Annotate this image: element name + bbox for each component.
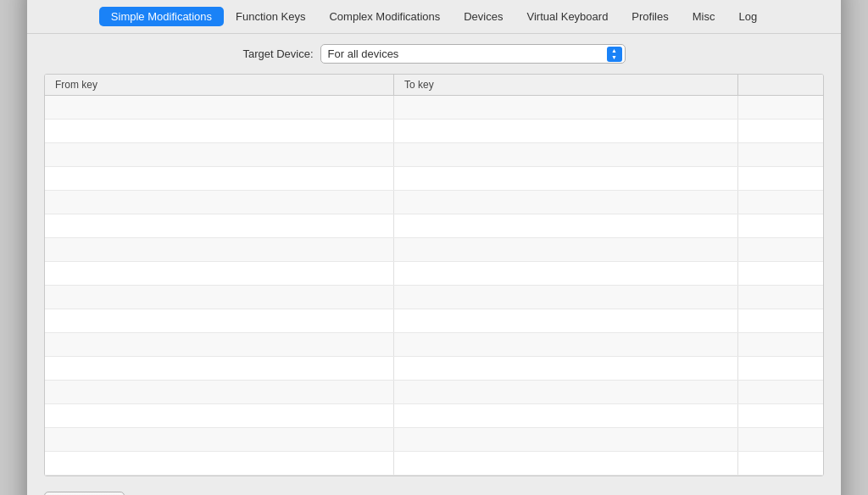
tab-devices[interactable]: Devices xyxy=(452,7,515,26)
cell-from xyxy=(45,191,394,214)
table-row[interactable] xyxy=(45,452,823,476)
tab-virtual-keyboard[interactable]: Virtual Keyboard xyxy=(515,7,620,26)
table-row[interactable] xyxy=(45,143,823,167)
cell-from xyxy=(45,357,394,380)
table-row[interactable] xyxy=(45,357,823,381)
cell-action xyxy=(738,286,823,309)
cell-action xyxy=(738,404,823,427)
tab-misc[interactable]: Misc xyxy=(681,7,727,26)
cell-to xyxy=(394,404,738,427)
column-action xyxy=(738,75,823,95)
cell-to xyxy=(394,143,738,166)
content-area: Target Device: For all devices From key … xyxy=(27,34,841,485)
table-row[interactable] xyxy=(45,214,823,238)
cell-action xyxy=(738,333,823,356)
cell-to xyxy=(394,452,738,475)
cell-to xyxy=(394,286,738,309)
table-row[interactable] xyxy=(45,167,823,191)
table-row[interactable] xyxy=(45,96,823,120)
device-select-wrapper: For all devices xyxy=(320,44,626,64)
cell-action xyxy=(738,309,823,332)
cell-action xyxy=(738,96,823,119)
cell-to xyxy=(394,309,738,332)
tab-log[interactable]: Log xyxy=(726,7,769,26)
cell-action xyxy=(738,143,823,166)
device-select[interactable]: For all devices xyxy=(320,44,626,64)
cell-from xyxy=(45,381,394,403)
cell-to xyxy=(394,428,738,451)
cell-from xyxy=(45,238,394,261)
cell-from xyxy=(45,286,394,309)
table-row[interactable] xyxy=(45,309,823,333)
table-row[interactable] xyxy=(45,238,823,262)
tab-function-keys[interactable]: Function Keys xyxy=(224,7,317,26)
table-row[interactable] xyxy=(45,120,823,143)
tab-simple-modifications[interactable]: Simple Modifications xyxy=(99,7,224,26)
cell-from xyxy=(45,167,394,190)
cell-to xyxy=(394,238,738,261)
cell-to xyxy=(394,333,738,356)
cell-action xyxy=(738,238,823,261)
cell-action xyxy=(738,381,823,403)
table-row[interactable] xyxy=(45,404,823,428)
table-body xyxy=(45,96,823,476)
cell-action xyxy=(738,428,823,451)
cell-to xyxy=(394,120,738,142)
cell-from xyxy=(45,428,394,451)
cell-to xyxy=(394,214,738,237)
column-from-key: From key xyxy=(45,75,394,95)
target-device-row: Target Device: For all devices xyxy=(44,44,824,64)
tab-bar: Simple Modifications Function Keys Compl… xyxy=(27,0,841,34)
cell-action xyxy=(738,214,823,237)
table-row[interactable] xyxy=(45,286,823,309)
column-to-key: To key xyxy=(394,75,738,95)
cell-action xyxy=(738,167,823,190)
footer: ⊕ Add item xyxy=(27,485,841,495)
cell-from xyxy=(45,120,394,142)
cell-to xyxy=(394,381,738,403)
preferences-window: Karabiner-Elements Preferences Simple Mo… xyxy=(27,0,841,495)
table-row[interactable] xyxy=(45,428,823,452)
tab-complex-modifications[interactable]: Complex Modifications xyxy=(317,7,452,26)
cell-from xyxy=(45,333,394,356)
cell-to xyxy=(394,357,738,380)
cell-action xyxy=(738,120,823,142)
cell-action xyxy=(738,191,823,214)
cell-to xyxy=(394,167,738,190)
add-item-button[interactable]: ⊕ Add item xyxy=(44,492,125,495)
cell-from xyxy=(45,452,394,475)
table-row[interactable] xyxy=(45,262,823,286)
cell-action xyxy=(738,357,823,380)
cell-from xyxy=(45,214,394,237)
table-header: From key To key xyxy=(45,75,823,96)
table-row[interactable] xyxy=(45,333,823,357)
cell-action xyxy=(738,262,823,285)
cell-from xyxy=(45,96,394,119)
cell-from xyxy=(45,143,394,166)
cell-from xyxy=(45,309,394,332)
cell-from xyxy=(45,262,394,285)
target-device-label: Target Device: xyxy=(242,47,313,60)
cell-to xyxy=(394,262,738,285)
cell-from xyxy=(45,404,394,427)
cell-action xyxy=(738,452,823,475)
table-row[interactable] xyxy=(45,191,823,214)
cell-to xyxy=(394,191,738,214)
cell-to xyxy=(394,96,738,119)
tab-profiles[interactable]: Profiles xyxy=(620,7,680,26)
table-row[interactable] xyxy=(45,381,823,404)
modifications-table: From key To key xyxy=(44,74,824,476)
